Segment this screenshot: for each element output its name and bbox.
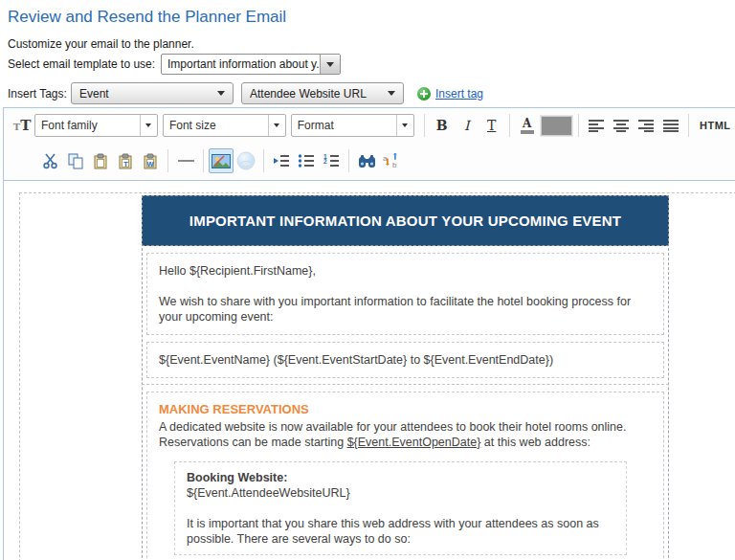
- svg-text:2: 2: [323, 158, 327, 165]
- align-justify-button[interactable]: [658, 113, 683, 138]
- share-instructions: It is important that you share this web …: [187, 516, 614, 547]
- toolbar-separator: [167, 149, 168, 172]
- insert-tag-link[interactable]: Insert tag: [417, 87, 483, 101]
- font-color-button[interactable]: A: [515, 113, 540, 138]
- email-banner[interactable]: IMPORTANT INFORMATION ABOUT YOUR UPCOMIN…: [142, 195, 669, 246]
- tag-name-dropdown[interactable]: Attendee Website URL: [241, 82, 404, 104]
- email-body-column[interactable]: IMPORTANT INFORMATION ABOUT YOUR UPCOMIN…: [142, 195, 669, 560]
- reservations-heading: MAKING RESERVATIONS: [159, 402, 652, 417]
- chevron-down-icon[interactable]: [396, 115, 413, 136]
- toolbar-separator: [424, 114, 425, 137]
- align-justify-icon: [662, 119, 679, 132]
- paste-icon: [93, 153, 109, 169]
- align-left-button[interactable]: [584, 113, 609, 138]
- paste-plain-text-button[interactable]: T: [113, 148, 138, 173]
- chevron-down-icon: [388, 91, 395, 96]
- align-center-icon: [612, 119, 630, 132]
- booking-website-block[interactable]: Booking Website: ${Event.AttendeeWebsite…: [174, 461, 627, 555]
- copy-icon: [68, 153, 84, 169]
- toolbar-separator: [263, 149, 264, 172]
- chevron-down-icon: [217, 91, 225, 96]
- italic-button[interactable]: I: [455, 113, 479, 138]
- numbered-list-icon: 12: [323, 154, 340, 168]
- chevron-down-icon: [326, 62, 334, 67]
- toolbar-separator: [203, 149, 204, 172]
- editor-content-area[interactable]: IMPORTANT INFORMATION ABOUT YOUR UPCOMIN…: [4, 180, 735, 560]
- chevron-down-icon[interactable]: [140, 115, 157, 136]
- indent-icon: [273, 154, 290, 168]
- media-globe-icon: [236, 151, 256, 170]
- tag-category-dropdown[interactable]: Event: [71, 82, 234, 104]
- align-right-icon: [637, 119, 655, 132]
- insert-image-button[interactable]: [209, 148, 234, 173]
- svg-text:b: b: [392, 161, 397, 168]
- booking-website-lines: Booking Website: ${Event.AttendeeWebsite…: [187, 470, 614, 501]
- bold-icon: B: [436, 118, 448, 133]
- cut-button[interactable]: [38, 148, 63, 173]
- insert-media-button[interactable]: [234, 148, 258, 173]
- horizontal-rule-button[interactable]: [173, 148, 198, 173]
- numbered-list-button[interactable]: 12: [319, 148, 344, 173]
- image-icon: [212, 154, 231, 168]
- toolbar-separator: [348, 149, 349, 172]
- indent-button[interactable]: [269, 148, 294, 173]
- toolbar-separator: [509, 114, 510, 137]
- open-date-tag[interactable]: ${Event.EventOpenDate}: [347, 436, 481, 449]
- bullet-list-button[interactable]: [294, 148, 319, 173]
- page-subtitle: Customize your email to the planner.: [8, 37, 194, 51]
- binoculars-icon: [358, 154, 376, 168]
- event-line: ${Event.EventName} (${Event.EventStartDa…: [159, 352, 652, 368]
- find-button[interactable]: [354, 148, 379, 173]
- template-select-row: Select email template to use: Important …: [8, 54, 341, 75]
- reservations-text-after: at this web address:: [480, 436, 590, 449]
- paste-plain-text-icon: T: [118, 153, 134, 169]
- green-plus-icon: [417, 87, 431, 101]
- template-select-value[interactable]: Important information about y...: [162, 55, 320, 74]
- event-name-block[interactable]: ${Event.EventName} (${Event.EventStartDa…: [146, 342, 664, 378]
- bullet-list-icon: [298, 154, 315, 168]
- html-mode-button[interactable]: HTML: [693, 113, 735, 138]
- horizontal-rule-icon: [178, 160, 194, 162]
- template-select-arrow-button[interactable]: [320, 55, 340, 74]
- template-select-label: Select email template to use:: [8, 57, 161, 71]
- bold-button[interactable]: B: [430, 113, 455, 138]
- page-title: Review and Resend the Planner Email: [8, 8, 286, 27]
- font-color-icon: A: [521, 118, 534, 134]
- paste-from-word-icon: W: [143, 153, 159, 169]
- region-divider: [142, 384, 669, 385]
- tag-name-value: Attendee Website URL: [250, 87, 388, 101]
- greeting-line: Hello ${Recipient.FirstName},: [159, 263, 652, 279]
- align-center-button[interactable]: [609, 113, 634, 138]
- paste-button[interactable]: [88, 148, 113, 173]
- template-select[interactable]: Important information about y...: [161, 54, 341, 75]
- font-size-value: Font size: [164, 115, 268, 136]
- paste-from-word-button[interactable]: W: [138, 148, 163, 173]
- copy-button[interactable]: [63, 148, 88, 173]
- email-template-region[interactable]: IMPORTANT INFORMATION ABOUT YOUR UPCOMIN…: [19, 192, 735, 560]
- find-replace-button[interactable]: ab: [379, 148, 404, 173]
- insert-tags-row: Insert Tags: Event Attendee Website URL …: [8, 82, 483, 104]
- email-banner-text: IMPORTANT INFORMATION ABOUT YOUR UPCOMIN…: [189, 213, 621, 229]
- insert-tags-label: Insert Tags:: [8, 87, 71, 101]
- underline-icon: T: [487, 118, 496, 133]
- underline-button[interactable]: T: [479, 113, 504, 138]
- align-left-icon: [588, 119, 605, 132]
- booking-website-label: Booking Website:: [187, 471, 287, 484]
- font-family-select[interactable]: Font family: [34, 114, 158, 137]
- format-select[interactable]: Format: [291, 114, 414, 137]
- format-value: Format: [292, 115, 396, 136]
- reservations-block[interactable]: MAKING RESERVATIONS A dedicated website …: [146, 392, 664, 560]
- align-right-button[interactable]: [634, 113, 658, 138]
- editor-toolbar-row1: TT Font family Font size Format B I T A: [4, 108, 735, 143]
- scissors-icon: [42, 153, 59, 169]
- attendee-website-url-tag: ${Event.AttendeeWebsiteURL}: [187, 486, 350, 500]
- greeting-block[interactable]: Hello ${Recipient.FirstName}, We wish to…: [146, 253, 664, 335]
- reservations-paragraph: A dedicated website is now available for…: [159, 419, 652, 450]
- font-size-select[interactable]: Font size: [163, 114, 286, 137]
- background-color-button[interactable]: [540, 113, 573, 138]
- toggle-toolbar-icon[interactable]: TT: [10, 113, 34, 138]
- chevron-down-icon[interactable]: [268, 115, 285, 136]
- font-family-value: Font family: [35, 115, 140, 136]
- svg-text:W: W: [146, 159, 154, 168]
- background-color-swatch-icon: [541, 116, 572, 136]
